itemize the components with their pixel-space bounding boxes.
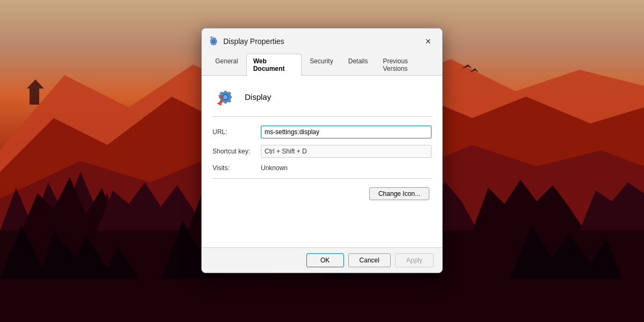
svg-point-26 bbox=[223, 95, 228, 99]
svg-rect-27 bbox=[224, 91, 226, 93]
visits-row: Visits: Unknown bbox=[213, 164, 431, 172]
url-label: URL: bbox=[213, 128, 261, 136]
svg-rect-28 bbox=[224, 101, 226, 104]
tab-previous-versions[interactable]: Previous Versions bbox=[376, 54, 436, 76]
shortcut-label: Shortcut key: bbox=[213, 148, 261, 155]
tab-bar: General Web Document Security Details Pr… bbox=[202, 49, 442, 76]
tab-details[interactable]: Details bbox=[341, 54, 375, 76]
shortcut-input[interactable] bbox=[261, 145, 431, 158]
dialog-footer: OK Cancel Apply bbox=[202, 247, 442, 273]
dialog-content: Display URL: Shortcut key: Visits: Unkno… bbox=[202, 76, 442, 247]
svg-marker-35 bbox=[217, 99, 223, 106]
dialog-overlay: Display Properties ✕ General Web Documen… bbox=[0, 0, 644, 322]
dialog-window: Display Properties ✕ General Web Documen… bbox=[201, 28, 443, 273]
item-header: Display bbox=[213, 84, 431, 117]
display-icon bbox=[213, 84, 238, 110]
url-input[interactable] bbox=[261, 126, 431, 138]
visits-value: Unknown bbox=[261, 164, 288, 172]
dialog-title: Display Properties bbox=[223, 37, 284, 46]
title-bar-left: Display Properties bbox=[208, 36, 284, 47]
change-icon-button[interactable]: Change Icon... bbox=[369, 187, 429, 200]
apply-button: Apply bbox=[395, 253, 434, 267]
settings-icon bbox=[208, 36, 219, 47]
cancel-button[interactable]: Cancel bbox=[348, 253, 391, 267]
svg-rect-30 bbox=[229, 96, 232, 98]
title-bar: Display Properties ✕ bbox=[202, 28, 442, 49]
ok-button[interactable]: OK bbox=[306, 253, 344, 267]
item-name: Display bbox=[245, 92, 271, 101]
tab-general[interactable]: General bbox=[208, 54, 245, 76]
tab-web-document[interactable]: Web Document bbox=[246, 54, 302, 76]
url-row: URL: bbox=[213, 126, 431, 138]
divider bbox=[213, 178, 431, 179]
svg-point-22 bbox=[213, 40, 215, 42]
shortcut-row: Shortcut key: bbox=[213, 145, 431, 158]
close-button[interactable]: ✕ bbox=[421, 34, 436, 49]
tab-security[interactable]: Security bbox=[303, 54, 340, 76]
visits-label: Visits: bbox=[213, 164, 261, 172]
